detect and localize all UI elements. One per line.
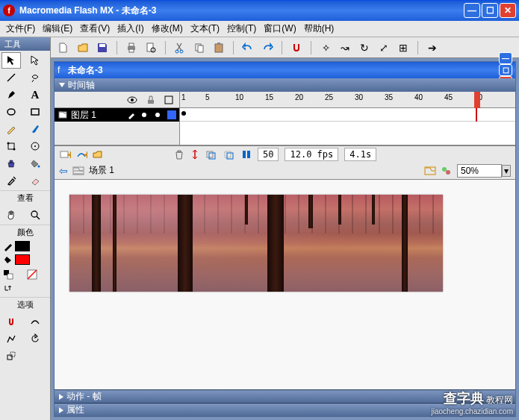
open-file-button[interactable] — [75, 40, 91, 56]
menu-text[interactable]: 文本(T) — [187, 21, 223, 37]
add-folder-button[interactable] — [92, 149, 104, 160]
stage[interactable] — [69, 195, 443, 292]
lock-icon[interactable] — [146, 95, 155, 104]
doc-minimize-button[interactable]: — — [499, 52, 512, 64]
cut-button[interactable] — [172, 40, 188, 56]
frame-ruler[interactable]: 1 5 10 15 20 25 30 35 40 45 50 — [180, 92, 515, 108]
print-button[interactable] — [123, 40, 140, 56]
eyedropper-tool[interactable] — [1, 172, 21, 189]
timeline-header[interactable]: 时间轴 — [55, 78, 515, 92]
layer-outline-box[interactable] — [167, 110, 176, 119]
ink-bottle-tool[interactable] — [1, 155, 21, 172]
save-button[interactable] — [94, 40, 111, 56]
snap-toggle[interactable] — [288, 40, 305, 56]
transform-tool[interactable] — [1, 138, 21, 154]
minimize-button[interactable]: — — [464, 3, 480, 18]
outline-icon[interactable] — [164, 95, 173, 104]
maximize-button[interactable]: ☐ — [482, 3, 498, 18]
center-frame-button[interactable] — [190, 149, 199, 160]
pen-tool[interactable] — [1, 87, 21, 103]
doc-maximize-button[interactable]: ☐ — [499, 64, 512, 76]
new-file-button[interactable] — [55, 40, 72, 56]
menu-help[interactable]: 帮助(H) — [301, 21, 338, 37]
redo-icon — [261, 42, 273, 54]
arrow-tool[interactable] — [1, 52, 21, 69]
edit-symbol-button[interactable] — [441, 166, 453, 176]
paint-bucket-tool[interactable] — [25, 155, 45, 172]
scale-option[interactable] — [1, 348, 21, 364]
no-color-button[interactable] — [25, 268, 39, 281]
ruler-mark: 40 — [414, 93, 423, 101]
redo-button[interactable] — [259, 40, 276, 56]
ruler-mark: 30 — [355, 93, 363, 101]
fill-color-swatch[interactable] — [15, 254, 30, 265]
eraser-tool[interactable] — [25, 172, 45, 189]
text-tool[interactable]: A — [25, 87, 45, 103]
rect-tool[interactable] — [25, 104, 45, 120]
frames-panel[interactable]: 1 5 10 15 20 25 30 35 40 45 50 — [180, 92, 515, 145]
add-layer-button[interactable]: ✚ — [59, 149, 71, 160]
svg-rect-32 — [165, 96, 173, 104]
stroke-color-swatch[interactable] — [15, 241, 30, 251]
brush-tool[interactable] — [25, 121, 45, 137]
layer-visible-dot[interactable] — [142, 113, 146, 117]
menu-window[interactable]: 窗口(W) — [261, 21, 299, 37]
smooth-option[interactable] — [25, 313, 45, 330]
onion-skin-button[interactable] — [205, 149, 217, 160]
menu-modify[interactable]: 修改(M) — [149, 21, 186, 37]
straighten-option[interactable] — [1, 330, 21, 347]
svg-point-5 — [13, 148, 16, 151]
layer-row[interactable]: 图层 1 — [55, 108, 179, 122]
copy-button[interactable] — [191, 40, 208, 56]
menu-edit[interactable]: 编辑(E) — [40, 21, 75, 37]
edit-scene-button[interactable] — [424, 166, 436, 176]
undo-button[interactable] — [240, 40, 256, 56]
svg-text:✚: ✚ — [84, 150, 87, 160]
timeline-footer: ✚ ✚ 50 12.0 fps 4.1s — [55, 145, 515, 162]
menu-file[interactable]: 文件(F) — [3, 21, 38, 37]
eye-icon[interactable] — [127, 95, 137, 104]
scene-name: 场景 1 — [89, 164, 114, 177]
keyframe[interactable] — [181, 111, 186, 116]
back-arrow-button[interactable]: ⇦ — [59, 165, 68, 177]
playhead[interactable] — [474, 92, 480, 108]
oval-tool[interactable] — [1, 104, 21, 120]
menu-insert[interactable]: 插入(I) — [114, 21, 146, 37]
debug-button[interactable]: ➔ — [424, 40, 441, 56]
smooth-button[interactable]: ⟡ — [317, 40, 334, 56]
toolbar-separator — [311, 41, 311, 54]
rotate-option[interactable] — [25, 330, 45, 347]
menu-view[interactable]: 查看(V) — [77, 21, 113, 37]
print-preview-button[interactable] — [143, 40, 159, 56]
fill-transform-tool[interactable] — [25, 138, 45, 154]
zoom-select[interactable] — [457, 164, 502, 178]
zoom-dropdown-icon[interactable]: ▾ — [502, 165, 511, 177]
line-tool[interactable] — [1, 69, 21, 86]
close-button[interactable]: ✕ — [500, 3, 516, 18]
frame-strip[interactable] — [180, 108, 515, 122]
scale-button[interactable]: ⤢ — [376, 40, 392, 56]
layer-lock-dot[interactable] — [155, 113, 160, 117]
transform-icon — [6, 141, 16, 151]
delete-layer-button[interactable] — [174, 149, 184, 160]
pencil-tool[interactable] — [1, 121, 21, 137]
subselect-tool[interactable] — [25, 52, 45, 69]
hand-tool[interactable] — [1, 207, 21, 223]
default-colors-button[interactable] — [1, 268, 15, 281]
properties-panel-label: 属性 — [66, 404, 84, 416]
canvas-area[interactable] — [55, 180, 515, 389]
lasso-tool[interactable] — [25, 69, 45, 86]
rotate-button[interactable]: ↻ — [356, 40, 373, 56]
edit-multiple-button[interactable] — [241, 149, 252, 160]
swap-colors-button[interactable] — [1, 282, 15, 295]
onion-outline-button[interactable] — [223, 149, 235, 160]
align-button[interactable]: ⊞ — [395, 40, 411, 56]
zoom-tool[interactable] — [25, 207, 45, 223]
add-guide-layer-button[interactable]: ✚ — [75, 149, 87, 160]
fill-transform-icon — [30, 141, 40, 151]
paste-button[interactable] — [211, 40, 227, 56]
menu-control[interactable]: 控制(T) — [224, 21, 259, 37]
straighten-button[interactable]: ↝ — [337, 40, 353, 56]
snap-option[interactable] — [1, 313, 21, 330]
tools-panel-header: 工具 — [0, 37, 50, 51]
